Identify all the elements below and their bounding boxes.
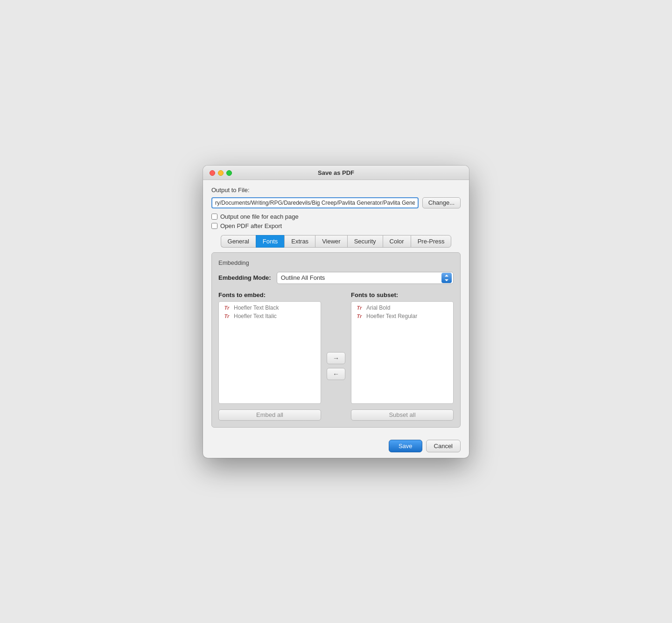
change-button[interactable]: Change... bbox=[422, 197, 461, 208]
open-after-label: Open PDF after Export bbox=[220, 222, 282, 229]
one-file-row: Output one file for each page bbox=[211, 213, 461, 220]
traffic-lights bbox=[210, 170, 232, 176]
titlebar: Save as PDF bbox=[203, 166, 469, 180]
cancel-button[interactable]: Cancel bbox=[426, 440, 461, 452]
fonts-to-embed-column: Fonts to embed: Tr Hoefler Text Black Tr… bbox=[218, 291, 321, 421]
open-after-row: Open PDF after Export bbox=[211, 222, 461, 229]
fonts-to-subset-column: Fonts to subset: Tr Arial Bold Tr Hoefle… bbox=[351, 291, 454, 421]
save-button[interactable]: Save bbox=[389, 440, 422, 452]
embedding-mode-row: Embedding Mode: Outline All Fonts Embed … bbox=[218, 272, 454, 284]
file-path-input[interactable] bbox=[211, 197, 419, 208]
embedding-select-wrapper: Outline All Fonts Embed Standard Fonts E… bbox=[277, 272, 454, 284]
list-item: Tr Arial Bold bbox=[353, 304, 451, 312]
one-file-label: Output one file for each page bbox=[220, 213, 299, 220]
embed-all-button[interactable]: Embed all bbox=[218, 409, 321, 421]
list-item: Tr Hoefler Text Black bbox=[221, 304, 319, 312]
embedding-mode-label: Embedding Mode: bbox=[218, 274, 271, 281]
panel-title: Embedding bbox=[218, 259, 454, 266]
list-item: Tr Hoefler Text Italic bbox=[221, 312, 319, 320]
arrows-column: → ← bbox=[327, 291, 345, 380]
font-icon: Tr bbox=[223, 305, 231, 311]
tab-viewer[interactable]: Viewer bbox=[315, 235, 347, 248]
tab-color[interactable]: Color bbox=[383, 235, 411, 248]
close-button[interactable] bbox=[210, 170, 215, 176]
move-right-button[interactable]: → bbox=[327, 352, 345, 364]
font-icon: Tr bbox=[355, 313, 364, 319]
fonts-to-subset-list[interactable]: Tr Arial Bold Tr Hoefler Text Regular bbox=[351, 301, 454, 404]
dialog-footer: Save Cancel bbox=[203, 434, 469, 458]
fonts-to-embed-list[interactable]: Tr Hoefler Text Black Tr Hoefler Text It… bbox=[218, 301, 321, 404]
move-left-button[interactable]: ← bbox=[327, 368, 345, 380]
window-title: Save as PDF bbox=[318, 169, 354, 176]
tab-extras[interactable]: Extras bbox=[284, 235, 315, 248]
font-icon: Tr bbox=[223, 313, 231, 319]
fonts-to-subset-label: Fonts to subset: bbox=[351, 291, 454, 298]
maximize-button[interactable] bbox=[226, 170, 232, 176]
tab-general[interactable]: General bbox=[221, 235, 256, 248]
arrow-left-icon: ← bbox=[333, 370, 339, 378]
font-name: Hoefler Text Italic bbox=[234, 313, 277, 319]
output-label: Output to File: bbox=[211, 187, 461, 194]
tab-prepress[interactable]: Pre-Press bbox=[411, 235, 452, 248]
fonts-to-embed-label: Fonts to embed: bbox=[218, 291, 321, 298]
embedding-panel: Embedding Embedding Mode: Outline All Fo… bbox=[211, 252, 461, 428]
font-name: Arial Bold bbox=[366, 305, 390, 311]
save-as-pdf-dialog: Save as PDF Output to File: Change... Ou… bbox=[203, 166, 469, 458]
embedding-mode-select[interactable]: Outline All Fonts Embed Standard Fonts E… bbox=[277, 272, 454, 284]
file-row: Change... bbox=[211, 197, 461, 208]
fonts-grid: Fonts to embed: Tr Hoefler Text Black Tr… bbox=[218, 291, 454, 421]
subset-all-button[interactable]: Subset all bbox=[351, 409, 454, 421]
tab-security[interactable]: Security bbox=[347, 235, 383, 248]
font-name: Hoefler Text Regular bbox=[366, 313, 417, 319]
tab-bar: General Fonts Extras Viewer Security Col… bbox=[211, 235, 461, 248]
dialog-body: Output to File: Change... Output one fil… bbox=[203, 180, 469, 434]
open-after-checkbox[interactable] bbox=[211, 223, 217, 229]
font-icon: Tr bbox=[355, 305, 364, 311]
arrow-right-icon: → bbox=[333, 354, 339, 362]
tab-fonts[interactable]: Fonts bbox=[256, 235, 285, 248]
list-item: Tr Hoefler Text Regular bbox=[353, 312, 451, 320]
minimize-button[interactable] bbox=[218, 170, 224, 176]
one-file-checkbox[interactable] bbox=[211, 214, 217, 220]
font-name: Hoefler Text Black bbox=[234, 305, 279, 311]
